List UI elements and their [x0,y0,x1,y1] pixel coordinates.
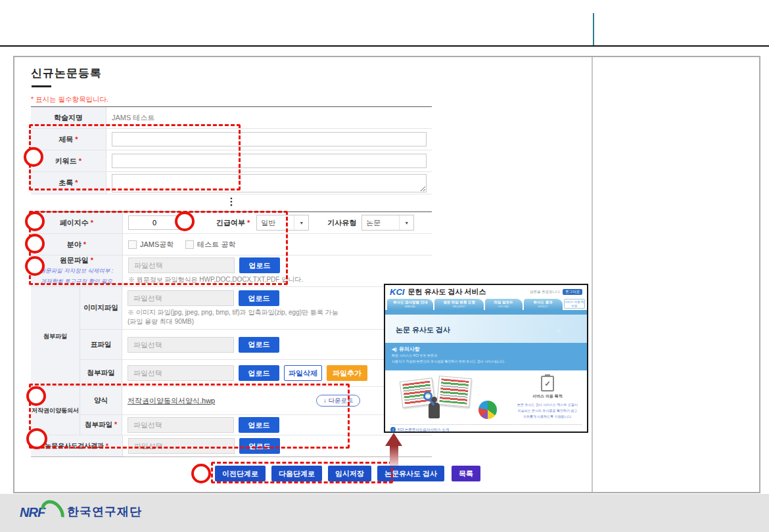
copyright-file-select[interactable]: 파일선택 [128,417,234,433]
panel-column-divider [592,57,593,492]
hero-decoration [566,322,572,327]
table-row: 학술지명 JAMS 테스트 [31,107,432,129]
field-checkbox-jams[interactable] [128,240,137,249]
required-mark: * [114,420,117,428]
image-file-select[interactable]: 파일선택 [128,290,234,306]
table-file-select[interactable]: 파일선택 [128,337,234,353]
journal-name-label: 학술지명 [54,113,83,123]
copyright-group-label: 저작권이양동의서 [31,387,80,435]
field-option-label: 테스트 공학 [197,240,235,250]
kci-hero-banner: 논문 유사도 검사 [385,315,587,343]
copyright-transfer-group: 저작권이양동의서 양식 저작권이양동의서양식.hwp ↓ 다운로드 첨부파일* … [31,387,432,435]
next-step-button[interactable]: 다음단계로 [271,466,322,481]
copyright-upload-button[interactable]: 업로드 [239,417,279,433]
journal-name-value: JAMS 테스트 [112,113,154,123]
table-row: 제목* [31,129,432,150]
file-add-button[interactable]: 파일추가 [327,365,367,381]
kci-intro-link[interactable]: KCI 논문유사도검사서비스 소개 [398,428,449,432]
pages-input[interactable] [128,215,181,230]
field-checkbox-test[interactable] [185,240,194,249]
kci-similarity-service-popup: KCI 문헌 유사도 검사 서비스 방문을 환영합니다. 로그아웃 유사도 검사… [384,284,588,433]
abstract-textarea[interactable] [112,174,427,192]
required-mark: * [91,256,93,264]
attach-file-label: 첨부파일 [87,368,115,378]
title-input[interactable] [112,132,427,146]
urgency-select[interactable]: 일반 ▼ [256,215,309,231]
table-row: 초록* [31,172,432,194]
table-row: 페이지수* 긴급여부* 일반 ▼ 기사유형 논문 ▼ [31,212,432,234]
kci-tab-result[interactable]: 유사도 결과RESULT [524,299,563,310]
kci-purpose-line: 논문 유사도 검사 서비스는 텍스트 표절이 [514,402,581,408]
title-label: 제목 [58,135,73,143]
kci-notice-line: 해당 서비스는 KCI 보유 논문과 [392,353,580,359]
page-title: 신규논문등록 [31,66,102,81]
article-type-select[interactable]: 논문 ▼ [361,215,414,231]
file-delete-button[interactable]: 파일삭제 [284,365,322,381]
image-file-note: ※ 이미지 파일(jpg, jpeg, png, bmp, tif)과 압축파일… [128,309,338,316]
required-mark: * [79,157,82,165]
pages-label: 페이지수 [60,219,89,227]
download-button[interactable]: ↓ 다운로드 [316,395,360,407]
annotation-arrow-up-icon [390,446,398,466]
field-label: 분야 [67,240,82,248]
similarity-result-label: 논문유사도검사결과 [45,441,104,451]
table-row: 첨부파일 파일선택 업로드 파일삭제 파일추가 [80,360,432,386]
image-file-size-note: (파일 용량 최대 90MB) [128,318,194,325]
kci-logo: KCI [390,287,404,297]
info-icon: i [390,427,396,432]
kci-tab-bar: 유사도 검사방법 안내MANUAL 원문 파일 변환 요청REQUEST 파일 … [387,299,585,310]
kci-logout-button[interactable]: 로그아웃 [563,289,582,295]
kci-tab-strip [385,310,587,315]
header-rule [0,45,769,47]
kci-tab-convert-request[interactable]: 원문 파일 변환 요청REQUEST [434,299,483,310]
fulltext-upload-button[interactable]: 업로드 [239,257,280,273]
fulltext-author-info-note: 게재학회 투고규정 확인 필요 [41,277,112,286]
chevron-down-icon[interactable]: ▼ [294,215,308,230]
table-row: 원문파일* 원문파일 저자정보 삭제여부 : 게재학회 투고규정 확인 필요 파… [31,255,432,287]
kci-purpose-title: 서비스 이용 목적 [514,393,581,399]
fulltext-file-select[interactable]: 파일선택 [128,257,235,273]
table-row: 분야* JAMS공학 테스트 공학 [31,234,432,255]
attach-upload-button[interactable]: 업로드 [239,365,279,381]
copyright-attach-label: 첨부파일 [85,420,112,428]
fulltext-label: 원문파일 [60,256,89,264]
fulltext-format-note: ※ 원문정보 파일형식은 HWP,DOC,DOCX,TXT,PDF 입니다. [128,275,303,284]
kci-tab-upload[interactable]: 파일 업로드UPLOAD [485,299,523,310]
table-row: 논문유사도검사결과* 파일선택 업로드 [31,435,432,456]
fulltext-author-info-note: 원문파일 저자정보 삭제여부 : [40,267,113,276]
required-mark: * [247,219,250,227]
urgency-label: 긴급여부 [216,219,245,227]
similarity-upload-button[interactable]: 업로드 [239,438,280,454]
kci-purpose-line: 의심되는 문서의 유사율을 확인하기 쉽고 [514,408,581,414]
image-upload-button[interactable]: 업로드 [239,290,279,306]
keyword-input[interactable] [112,154,427,168]
document-illustration [436,376,472,407]
chevron-down-icon[interactable]: ▼ [399,215,413,230]
temp-save-button[interactable]: 임시저장 [328,466,371,481]
required-mark: * [106,443,108,450]
required-fields-note: * 표시는 필수항목입니다. [31,95,108,104]
prev-step-button[interactable]: 이전단계로 [215,466,266,481]
annotation-arrow-up-icon [385,433,402,446]
abstract-label: 초록 [58,179,73,187]
similarity-check-button[interactable]: 논문유사도 검사 [377,466,444,481]
magnifier-icon [423,391,432,401]
required-mark: * [91,219,93,227]
kci-tab-manual[interactable]: 유사도 검사방법 안내MANUAL [387,299,433,310]
field-option-label: JAMS공학 [140,240,174,250]
template-label: 양식 [94,396,108,405]
vertical-ellipsis-icon: ⋮ [31,193,432,211]
header-vertical-divider [593,13,594,45]
kci-notice-band: ◀)유의사항 해당 서비스는 KCI 보유 논문과 사용자가 작성한 논문간의 … [385,343,587,370]
kci-manual-button[interactable]: 서비스 이용 매뉴얼 [564,299,585,309]
required-mark: * [75,135,78,143]
kci-content-area: ✓ 서비스 이용 목적 논문 유사도 검사 서비스는 텍스트 표절이 의심되는 … [385,370,587,424]
attach-file-select[interactable]: 파일선택 [128,365,234,381]
table-row: 키워드* [31,150,432,172]
table-file-upload-button[interactable]: 업로드 [239,337,279,353]
list-button[interactable]: 목록 [452,466,480,481]
copyright-template-link[interactable]: 저작권이양동의서양식.hwp [128,396,215,406]
table-row: 첨부파일* 파일선택 업로드 [80,415,432,435]
similarity-file-select[interactable]: 파일선택 [128,438,235,454]
image-file-label: 이미지파일 [83,303,118,313]
